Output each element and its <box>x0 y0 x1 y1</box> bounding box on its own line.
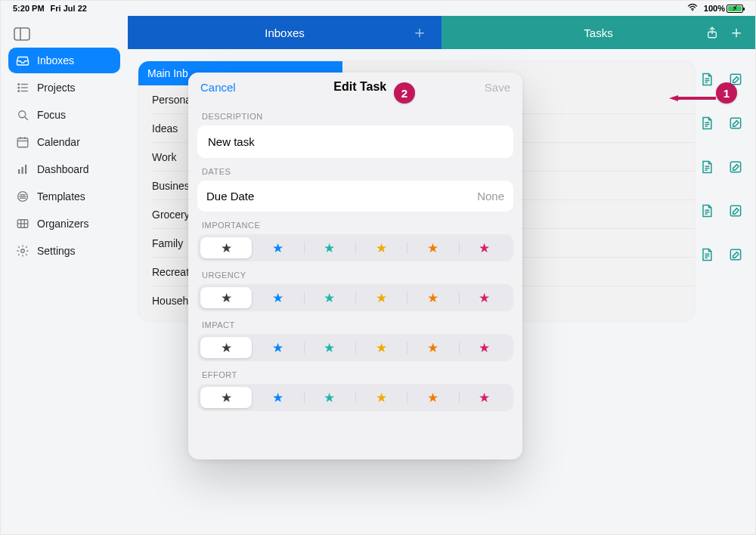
section-description-label: DESCRIPTION <box>202 112 509 121</box>
importance-level-4[interactable]: ★ <box>355 237 407 258</box>
urgency-level-6[interactable]: ★ <box>459 287 510 308</box>
sidebar-item-projects[interactable]: Projects <box>8 75 120 101</box>
status-bar: 5:20 PM Fri Jul 22 100% ⚡︎ <box>1 1 755 16</box>
svg-point-26 <box>21 249 25 253</box>
importance-level-5[interactable]: ★ <box>407 237 458 258</box>
bars-icon <box>16 162 29 176</box>
tray-icon <box>16 54 29 67</box>
svg-rect-1 <box>14 28 29 40</box>
gear-icon <box>16 244 29 258</box>
battery-percent: 100% ⚡︎ <box>704 4 743 13</box>
edit-task-popover: Cancel Edit Task Save DESCRIPTION DATES … <box>188 73 522 459</box>
wifi-icon <box>687 4 698 13</box>
svg-point-5 <box>18 91 20 92</box>
effort-level-1[interactable]: ★ <box>200 387 252 408</box>
svg-point-4 <box>18 87 20 88</box>
effort-level-6[interactable]: ★ <box>459 387 510 408</box>
battery-icon: ⚡︎ <box>727 5 743 13</box>
svg-point-3 <box>18 84 20 85</box>
description-field[interactable] <box>197 125 513 158</box>
cancel-button[interactable]: Cancel <box>200 81 236 94</box>
callout-one-number: 1 <box>723 87 730 100</box>
urgency-selector[interactable]: ★ ★ ★ ★ ★ ★ <box>197 284 513 311</box>
impact-level-3[interactable]: ★ <box>304 337 355 358</box>
callout-two: 2 <box>394 82 415 104</box>
sidebar-item-label: Projects <box>37 82 76 94</box>
due-date-label: Due Date <box>206 190 254 203</box>
urgency-level-5[interactable]: ★ <box>407 287 458 308</box>
sidebar-item-label: Calendar <box>37 136 80 148</box>
templates-icon <box>16 190 29 203</box>
impact-selector[interactable]: ★ ★ ★ ★ ★ ★ <box>197 334 513 361</box>
impact-level-6[interactable]: ★ <box>459 337 510 358</box>
callout-one: 1 <box>716 82 737 104</box>
callout-one-arrow <box>669 91 716 97</box>
impact-level-1[interactable]: ★ <box>200 337 252 358</box>
sidebar-item-calendar[interactable]: Calendar <box>8 129 120 155</box>
impact-level-5[interactable]: ★ <box>407 337 458 358</box>
svg-rect-16 <box>22 167 23 174</box>
svg-rect-11 <box>17 138 28 147</box>
impact-level-4[interactable]: ★ <box>355 337 407 358</box>
clock-date: Fri Jul 22 <box>51 4 87 13</box>
section-urgency-label: URGENCY <box>202 271 509 280</box>
sidebar-item-templates[interactable]: Templates <box>8 184 120 209</box>
sidebar-item-organizers[interactable]: Organizers <box>8 211 120 237</box>
sidebar-item-dashboard[interactable]: Dashboard <box>8 156 120 182</box>
sidebar-item-label: Inboxes <box>37 54 74 66</box>
urgency-level-4[interactable]: ★ <box>355 287 407 308</box>
sidebar-item-label: Focus <box>37 109 66 121</box>
section-importance-label: IMPORTANCE <box>202 221 509 230</box>
sidebar-item-label: Templates <box>37 190 85 203</box>
list-icon <box>16 81 29 94</box>
sidebar-item-label: Organizers <box>37 218 88 230</box>
svg-rect-17 <box>25 165 26 174</box>
section-impact-label: IMPACT <box>202 320 509 329</box>
due-date-row[interactable]: Due Date None <box>197 181 513 212</box>
clock-time: 5:20 PM <box>13 4 45 13</box>
importance-selector[interactable]: ★ ★ ★ ★ ★ ★ <box>197 234 513 261</box>
sidebar-item-settings[interactable]: Settings <box>8 238 120 264</box>
sidebar: Inboxes Projects Focus Calendar Dashboar… <box>1 16 128 534</box>
svg-line-10 <box>25 117 28 120</box>
battery-percent-text: 100% <box>704 4 725 13</box>
calendar-icon <box>16 135 29 149</box>
sidebar-item-label: Settings <box>37 245 76 257</box>
grid-icon <box>16 217 29 230</box>
sidebar-item-inboxes[interactable]: Inboxes <box>8 48 120 73</box>
sidebar-item-label: Dashboard <box>37 163 89 175</box>
svg-rect-15 <box>18 169 20 174</box>
svg-point-0 <box>692 10 693 11</box>
importance-level-3[interactable]: ★ <box>304 237 355 258</box>
importance-level-6[interactable]: ★ <box>459 237 510 258</box>
urgency-level-2[interactable]: ★ <box>252 287 303 308</box>
importance-level-2[interactable]: ★ <box>252 237 303 258</box>
effort-level-3[interactable]: ★ <box>304 387 355 408</box>
section-effort-label: EFFORT <box>202 370 509 379</box>
due-date-value: None <box>477 190 504 203</box>
magnify-icon <box>16 108 29 122</box>
popover-title: Edit Task <box>333 80 386 94</box>
effort-level-4[interactable]: ★ <box>355 387 407 408</box>
sidebar-toggle-icon[interactable] <box>13 25 31 40</box>
section-dates-label: DATES <box>202 167 509 176</box>
urgency-level-1[interactable]: ★ <box>200 287 252 308</box>
impact-level-2[interactable]: ★ <box>252 337 303 358</box>
effort-selector[interactable]: ★ ★ ★ ★ ★ ★ <box>197 384 513 411</box>
urgency-level-3[interactable]: ★ <box>304 287 355 308</box>
sidebar-item-focus[interactable]: Focus <box>8 102 120 128</box>
svg-point-9 <box>19 111 26 118</box>
importance-level-1[interactable]: ★ <box>200 237 252 258</box>
save-button[interactable]: Save <box>485 81 510 94</box>
callout-two-number: 2 <box>401 87 407 100</box>
effort-level-2[interactable]: ★ <box>252 387 303 408</box>
effort-level-5[interactable]: ★ <box>407 387 458 408</box>
svg-marker-49 <box>669 95 678 101</box>
description-input[interactable] <box>206 135 504 149</box>
